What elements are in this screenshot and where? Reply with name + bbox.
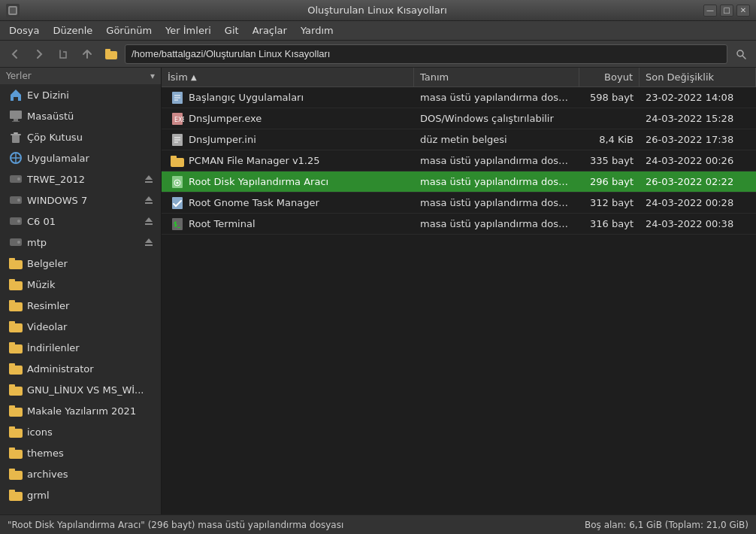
menu-dosya[interactable]: Dosya [3, 23, 45, 38]
maximize-button[interactable]: □ [720, 5, 733, 17]
menu-araclar[interactable]: Araçlar [246, 23, 293, 38]
file-name-label: Başlangıç Uygulamaları [189, 92, 304, 103]
svg-rect-42 [9, 363, 15, 367]
file-date-cell: 24-03-2022 00:28 [640, 197, 756, 208]
sidebar-item-makale-yaz-lar-m-202[interactable]: Makale Yazılarım 2021 [0, 400, 161, 421]
forward-button[interactable] [29, 44, 50, 65]
table-row[interactable]: EXEDnsJumper.exeDOS/Windows çalıştırılab… [162, 108, 756, 129]
text-file-icon [171, 133, 184, 147]
eject-button[interactable] [143, 236, 155, 248]
file-name-label: Root Terminal [189, 218, 256, 229]
sidebar-item-c6-01[interactable]: C6 01 [0, 211, 161, 232]
table-row[interactable]: DnsJumper.inidüz metin belgesi8,4 KiB26-… [162, 129, 756, 150]
up-button[interactable] [77, 44, 98, 65]
sidebar-item-m-zik[interactable]: Müzik [0, 274, 161, 295]
file-area: İsim ▲ Tanım Boyut Son Değişiklik Başlan… [162, 68, 756, 514]
table-row[interactable]: $_Root Terminalmasa üstü yapılandırma do… [162, 214, 756, 235]
sidebar-item-gnu-li-nux-vs-ms-wi-[interactable]: GNU_LİNUX VS MS_Wİ... [0, 379, 161, 400]
sidebar-item-videolar[interactable]: Videolar [0, 316, 161, 337]
svg-rect-7 [14, 119, 18, 121]
sidebar-item-label: C6 01 [27, 216, 138, 227]
svg-rect-50 [9, 448, 15, 451]
sidebar-item-mtp[interactable]: mtp [0, 232, 161, 253]
sidebar-item-themes[interactable]: themes [0, 442, 161, 463]
minimize-button[interactable]: — [703, 5, 717, 17]
svg-text:$_: $_ [174, 221, 181, 228]
sidebar-item-grml[interactable]: grml [0, 484, 161, 505]
sidebar-item-belgeler[interactable]: Belgeler [0, 253, 161, 274]
file-date-cell: 24-03-2022 00:38 [640, 218, 756, 229]
sidebar-item-label: grml [27, 490, 155, 501]
eject-button[interactable] [143, 215, 155, 227]
svg-rect-30 [145, 244, 153, 246]
sidebar-item-label: Uygulamalar [27, 153, 155, 164]
sidebar-item-uygulamalar[interactable]: Uygulamalar [0, 147, 161, 168]
exe-file-icon: EXE [171, 112, 184, 126]
svg-rect-48 [9, 426, 15, 430]
file-name-label: Root Gnome Task Manager [189, 197, 319, 208]
svg-rect-44 [9, 384, 15, 388]
folder-icon [9, 256, 23, 270]
trash-icon [9, 130, 23, 144]
sidebar-item-administrator[interactable]: Administrator [0, 358, 161, 379]
table-row[interactable]: Root Gnome Task Managermasa üstü yapılan… [162, 193, 756, 214]
column-headers: İsim ▲ Tanım Boyut Son Değişiklik [162, 68, 756, 87]
menu-git[interactable]: Git [219, 23, 245, 38]
sidebar-item---p-kutusu[interactable]: Çöp Kutusu [0, 126, 161, 147]
titlebar: Oluşturulan Linux Kısayolları — □ ✕ [0, 0, 756, 21]
sidebar-item-trwe-2012[interactable]: TRWE_2012 [0, 168, 161, 190]
file-name-cell: DnsJumper.ini [162, 133, 414, 147]
file-name-label: DnsJumper.exe [189, 113, 262, 124]
menu-yerimleri[interactable]: Yer İmleri [159, 23, 217, 38]
file-date-cell: 24-03-2022 15:28 [640, 113, 756, 124]
col-header-size[interactable]: Boyut [579, 68, 640, 86]
file-desc-cell: masa üstü yapılandırma dosyası [414, 197, 579, 208]
table-row[interactable]: Başlangıç Uygulamalarımasa üstü yapıland… [162, 87, 756, 108]
file-desc-cell: DOS/Windows çalıştırılabilir [414, 113, 579, 124]
col-header-date[interactable]: Son Değişiklik [640, 68, 756, 86]
file-name-label: Root Disk Yapılandırma Aracı [189, 176, 328, 187]
file-size-cell: 8,4 KiB [579, 134, 640, 145]
svg-point-16 [17, 177, 20, 181]
folder-icon [9, 278, 23, 291]
history-button[interactable] [53, 44, 74, 65]
menu-goruntum[interactable]: Görünüm [100, 23, 158, 38]
search-button[interactable] [730, 44, 751, 65]
sidebar-item-masa-st-[interactable]: Masaüstü [0, 105, 161, 126]
sidebar-item-resimler[interactable]: Resimler [0, 295, 161, 316]
sidebar-item-i-ndirilenler[interactable]: İndirilenler [0, 337, 161, 358]
folder-icon [9, 341, 23, 354]
table-row[interactable]: Root Disk Yapılandırma Aracımasa üstü ya… [162, 171, 756, 193]
file-desc-cell: masa üstü yapılandırma dosyası [414, 218, 579, 229]
file-name-cell: EXEDnsJumper.exe [162, 112, 414, 126]
eject-button[interactable] [143, 173, 155, 185]
status-left: "Root Disk Yapılandırma Aracı" (296 bayt… [8, 520, 343, 530]
svg-text:EXE: EXE [174, 117, 184, 123]
svg-rect-32 [9, 258, 15, 262]
desktop-file-icon [171, 91, 184, 105]
col-header-name[interactable]: İsim ▲ [162, 68, 414, 86]
sidebar-item-archives[interactable]: archives [0, 463, 161, 484]
back-button[interactable] [5, 44, 26, 65]
file-date-cell: 23-02-2022 14:08 [640, 92, 756, 103]
svg-rect-18 [145, 181, 153, 183]
sidebar-item-ev-dizini[interactable]: Ev Dizini [0, 84, 161, 105]
file-size-cell: 335 bayt [579, 155, 640, 166]
titlebar-controls: — □ ✕ [703, 5, 750, 17]
svg-rect-40 [9, 342, 15, 346]
sidebar-item-icons[interactable]: icons [0, 421, 161, 442]
svg-rect-46 [9, 405, 15, 409]
menu-yardim[interactable]: Yardım [295, 23, 340, 38]
svg-line-5 [743, 56, 746, 59]
menu-duzenle[interactable]: Düzenle [47, 23, 98, 38]
file-name-cell: Root Disk Yapılandırma Aracı [162, 175, 414, 189]
home-icon [9, 88, 23, 102]
drive-icon [9, 235, 23, 249]
address-bar[interactable] [125, 44, 727, 64]
sidebar-item-windows-7[interactable]: WINDOWS 7 [0, 190, 161, 211]
table-row[interactable]: PCMAN File Manager v1.25masa üstü yapıla… [162, 150, 756, 171]
close-button[interactable]: ✕ [736, 5, 750, 17]
col-header-desc[interactable]: Tanım [414, 68, 579, 86]
eject-button[interactable] [143, 194, 155, 206]
sidebar-header[interactable]: Yerler ▾ [0, 68, 161, 84]
